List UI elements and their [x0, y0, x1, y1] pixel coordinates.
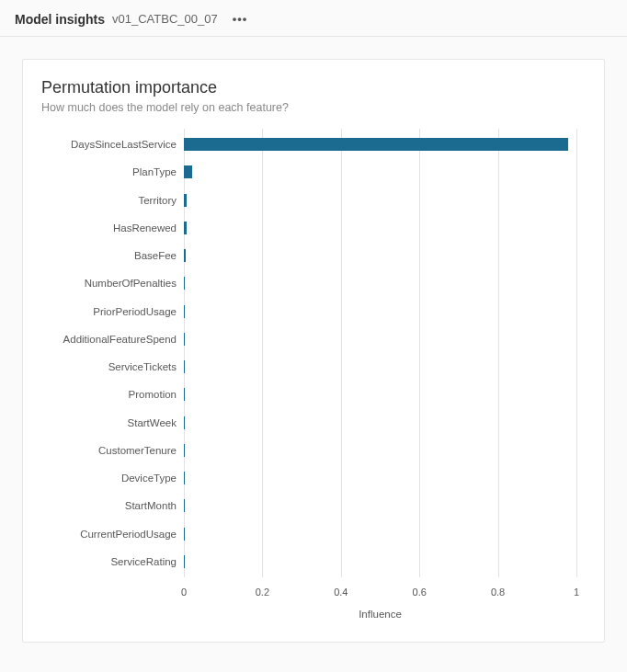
page-header-subtitle: v01_CATBC_00_07 [112, 12, 218, 26]
bar-row: DaysSinceLastService [184, 138, 576, 151]
bar [184, 165, 192, 178]
bar-label: CurrentPeriodUsage [80, 528, 184, 541]
bar-label: CustomerTenure [98, 444, 184, 457]
more-menu-button[interactable]: ••• [229, 11, 252, 27]
bar-row: BaseFee [184, 249, 576, 262]
bar-row: CustomerTenure [184, 444, 576, 457]
bar [184, 194, 187, 207]
plot-area: DaysSinceLastServicePlanTypeTerritoryHas… [184, 129, 576, 577]
x-axis-label: Influence [184, 609, 576, 620]
x-tick-label: 0.8 [491, 587, 505, 598]
ellipsis-icon: ••• [233, 12, 248, 26]
x-tick-label: 0.6 [413, 587, 427, 598]
permutation-importance-card: Permutation importance How much does the… [22, 59, 605, 643]
bar-label: Territory [138, 194, 184, 207]
bar [184, 305, 185, 318]
bar-row: Territory [184, 194, 576, 207]
x-tick-label: 0.4 [334, 587, 348, 598]
bar-row: ServiceRating [184, 555, 576, 568]
bar-row: PriorPeriodUsage [184, 305, 576, 318]
bar-label: HasRenewed [113, 222, 184, 234]
bar-row: NumberOfPenalties [184, 277, 576, 290]
bar-label: AdditionalFeatureSpend [63, 333, 184, 346]
bar-row: DeviceType [184, 472, 576, 484]
bar-row: StartWeek [184, 416, 576, 429]
bar [184, 222, 187, 234]
bar-label: StartWeek [128, 416, 184, 429]
bar-label: BaseFee [134, 249, 184, 262]
bar-label: ServiceTickets [108, 360, 184, 373]
bar-label: DaysSinceLastService [71, 138, 184, 151]
bar-row: AdditionalFeatureSpend [184, 333, 576, 346]
card-subtitle: How much does the model rely on each fea… [41, 101, 586, 114]
page-header: Model insights v01_CATBC_00_07 ••• [0, 0, 627, 37]
bar-label: DeviceType [121, 472, 184, 484]
gridline [576, 129, 577, 577]
bar-label: PlanType [132, 165, 184, 178]
x-axis: 00.20.40.60.81 [184, 587, 576, 599]
bar [184, 138, 568, 151]
bar-row: ServiceTickets [184, 360, 576, 373]
bar-label: NumberOfPenalties [85, 277, 184, 290]
x-tick-label: 0 [181, 587, 187, 598]
bar-label: StartMonth [125, 499, 184, 512]
bar-row: HasRenewed [184, 222, 576, 234]
bar-label: PriorPeriodUsage [93, 305, 184, 318]
page-header-title: Model insights [15, 12, 105, 27]
bar-row: StartMonth [184, 499, 576, 512]
bar [184, 277, 185, 290]
bar-row: Promotion [184, 388, 576, 401]
bar-row: PlanType [184, 165, 576, 178]
bar-label: Promotion [129, 388, 184, 401]
bar [184, 249, 186, 262]
chart: DaysSinceLastServicePlanTypeTerritoryHas… [41, 129, 586, 625]
bar-label: ServiceRating [110, 555, 184, 568]
card-title: Permutation importance [41, 78, 586, 97]
bar-row: CurrentPeriodUsage [184, 528, 576, 541]
x-tick-label: 1 [574, 587, 579, 598]
x-tick-label: 0.2 [256, 587, 269, 598]
